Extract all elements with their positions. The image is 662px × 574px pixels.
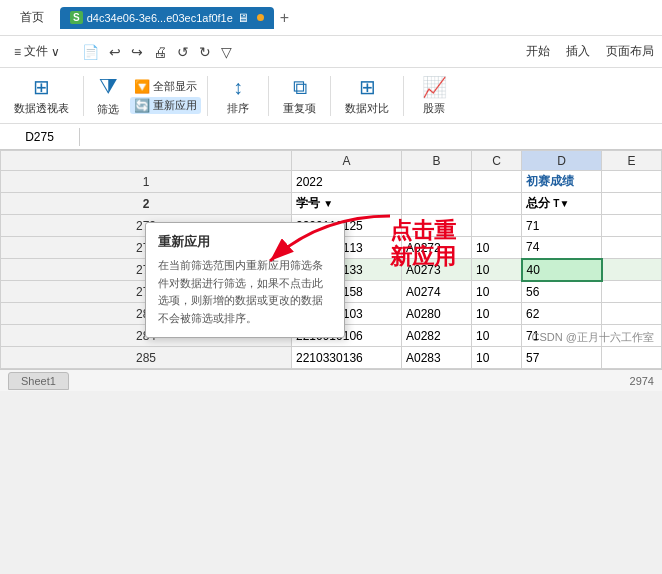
menu-file-label: 文件 <box>24 43 48 60</box>
filter-icon: ⧩ <box>99 74 117 100</box>
menu-file-button[interactable]: ≡ 文件 ∨ <box>8 41 66 62</box>
cell-D274[interactable]: 74 <box>522 237 602 259</box>
row-header: 285 <box>1 347 292 369</box>
filter-group: ⧩ 筛选 🔽 全部显示 🔄 重新应用 <box>90 72 201 119</box>
cell-C276[interactable]: 10 <box>472 281 522 303</box>
cell-ref-bar <box>0 124 662 150</box>
cell-B276[interactable]: A0274 <box>402 281 472 303</box>
bottom-bar: Sheet1 2974 <box>0 369 662 391</box>
show-all-button[interactable]: 🔽 全部显示 <box>130 78 201 95</box>
toolbar-row2: ⊞ 数据透视表 ⧩ 筛选 🔽 全部显示 🔄 重新应用 ↕ 排序 ⧉ 重复项 <box>0 68 662 124</box>
annotation-arrow <box>240 206 400 286</box>
col-header-B[interactable]: B <box>402 151 472 171</box>
show-all-icon: 🔽 <box>134 79 150 94</box>
new-doc-icon[interactable]: 📄 <box>78 42 103 62</box>
cell-E285[interactable] <box>602 347 662 369</box>
cell-C285[interactable]: 10 <box>472 347 522 369</box>
divider3 <box>268 76 269 116</box>
cell-D1[interactable]: 初赛成绩 <box>522 171 602 193</box>
row-count: 2974 <box>630 375 654 387</box>
toolbar-row1: ≡ 文件 ∨ 📄 ↩ ↪ 🖨 ↺ ↻ ▽ 开始 插入 页面布局 <box>0 36 662 68</box>
sort-icon: ↕ <box>233 76 243 99</box>
cell-D285[interactable]: 57 <box>522 347 602 369</box>
unsaved-dot <box>257 14 264 21</box>
cell-E275[interactable] <box>602 259 662 281</box>
menu-start[interactable]: 开始 <box>526 43 550 60</box>
toolbar-icons: 📄 ↩ ↪ 🖨 ↺ ↻ ▽ <box>78 42 236 62</box>
new-tab-button[interactable]: + <box>280 9 289 27</box>
spreadsheet-container: A B C D E 1 2022 初赛成绩 2 学号 ▼ <box>0 150 662 369</box>
reapply-label: 重新应用 <box>153 98 197 113</box>
title-bar: 首页 S d4c34e06-3e6...e03ec1af0f1e 🖥 + <box>0 0 662 36</box>
reapply-button[interactable]: 🔄 重新应用 <box>130 97 201 114</box>
menu-layout[interactable]: 页面布局 <box>606 43 654 60</box>
cell-A1[interactable]: 2022 <box>292 171 402 193</box>
watermark: CSDN @正月十六工作室 <box>532 330 654 345</box>
table-row: 285 2210330136 A0283 10 57 <box>1 347 662 369</box>
cell-B2[interactable] <box>402 193 472 215</box>
sort-button[interactable]: ↕ 排序 <box>214 72 262 120</box>
cell-E276[interactable] <box>602 281 662 303</box>
print-icon[interactable]: 🖨 <box>149 42 171 62</box>
toolbar-right-menus: 开始 插入 页面布局 <box>526 43 654 60</box>
redo2-icon[interactable]: ↻ <box>195 42 215 62</box>
column-header-row: A B C D E <box>1 151 662 171</box>
sort-label: 排序 <box>227 101 249 116</box>
cell-reference-input[interactable] <box>0 128 80 146</box>
cell-C282[interactable]: 10 <box>472 303 522 325</box>
cell-C275[interactable]: 10 <box>472 259 522 281</box>
cell-E273[interactable] <box>602 215 662 237</box>
cell-D275[interactable]: 40 <box>522 259 602 281</box>
sheet-tab[interactable]: Sheet1 <box>8 372 69 390</box>
divider1 <box>83 76 84 116</box>
file-tab[interactable]: S d4c34e06-3e6...e03ec1af0f1e 🖥 <box>60 7 274 29</box>
compare-label: 数据对比 <box>345 101 389 116</box>
row-header: 1 <box>1 171 292 193</box>
cell-C2[interactable] <box>472 193 522 215</box>
col-header-D[interactable]: D <box>522 151 602 171</box>
cell-D2[interactable]: 总分 T▼ <box>522 193 602 215</box>
show-all-label: 全部显示 <box>153 79 197 94</box>
stock-label: 股票 <box>423 101 445 116</box>
cell-C1[interactable] <box>472 171 522 193</box>
col-header-A[interactable]: A <box>292 151 402 171</box>
formula-bar-input[interactable] <box>80 128 662 146</box>
redo-icon[interactable]: ↪ <box>127 42 147 62</box>
pivot-table-button[interactable]: ⊞ 数据透视表 <box>6 71 77 120</box>
cell-E1[interactable] <box>602 171 662 193</box>
stock-icon: 📈 <box>422 75 447 99</box>
divider2 <box>207 76 208 116</box>
table-row: 1 2022 初赛成绩 <box>1 171 662 193</box>
col-header-C[interactable]: C <box>472 151 522 171</box>
cell-E274[interactable] <box>602 237 662 259</box>
cell-B282[interactable]: A0280 <box>402 303 472 325</box>
cell-B1[interactable] <box>402 171 472 193</box>
corner-cell <box>1 151 292 171</box>
cell-C274[interactable]: 10 <box>472 237 522 259</box>
cell-E2[interactable] <box>602 193 662 215</box>
cell-D276[interactable]: 56 <box>522 281 602 303</box>
dropdown-icon[interactable]: ▽ <box>217 42 236 62</box>
cell-E282[interactable] <box>602 303 662 325</box>
cell-D282[interactable]: 62 <box>522 303 602 325</box>
undo-icon[interactable]: ↩ <box>105 42 125 62</box>
cell-B284[interactable]: A0282 <box>402 325 472 347</box>
cell-D273[interactable]: 71 <box>522 215 602 237</box>
cell-B285[interactable]: A0283 <box>402 347 472 369</box>
undo2-icon[interactable]: ↺ <box>173 42 193 62</box>
compare-button[interactable]: ⊞ 数据对比 <box>337 71 397 120</box>
cell-C273[interactable] <box>472 215 522 237</box>
filter-button[interactable]: ⧩ 筛选 <box>90 72 126 119</box>
compare-icon: ⊞ <box>359 75 376 99</box>
col-header-E[interactable]: E <box>602 151 662 171</box>
menu-insert[interactable]: 插入 <box>566 43 590 60</box>
cell-A285[interactable]: 2210330136 <box>292 347 402 369</box>
divider5 <box>403 76 404 116</box>
duplicate-button[interactable]: ⧉ 重复项 <box>275 72 324 120</box>
cell-C284[interactable]: 10 <box>472 325 522 347</box>
duplicate-label: 重复项 <box>283 101 316 116</box>
home-tab[interactable]: 首页 <box>8 5 56 30</box>
pivot-label: 数据透视表 <box>14 101 69 116</box>
pivot-icon: ⊞ <box>33 75 50 99</box>
stock-button[interactable]: 📈 股票 <box>410 71 458 120</box>
